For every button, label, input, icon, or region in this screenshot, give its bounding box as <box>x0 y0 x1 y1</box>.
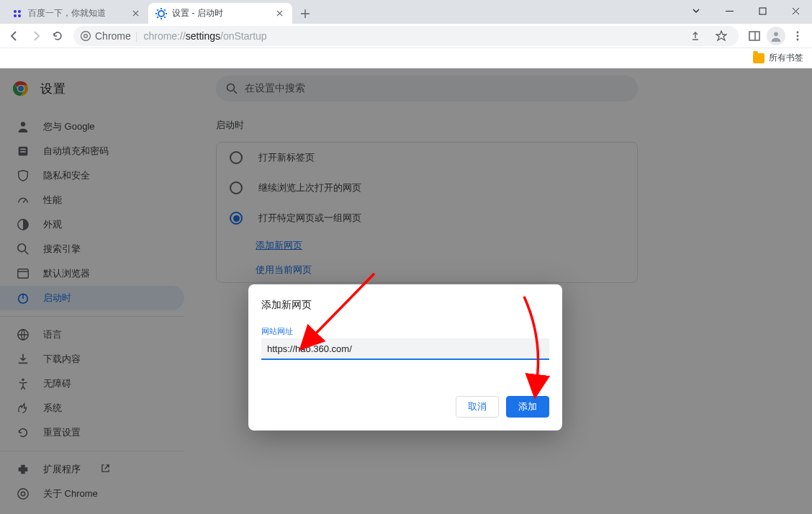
all-bookmarks-button[interactable]: 所有书签 <box>753 52 803 64</box>
profile-button[interactable] <box>766 26 786 46</box>
window-minimize-button[interactable] <box>713 0 746 22</box>
tab-title: 设置 - 启动时 <box>172 7 269 19</box>
svg-point-6 <box>81 31 91 40</box>
back-button[interactable] <box>4 26 24 46</box>
close-tab-icon[interactable] <box>274 8 285 19</box>
forward-button[interactable] <box>26 26 46 46</box>
menu-button[interactable] <box>788 26 808 46</box>
url-field-label: 网站网址 <box>261 326 549 337</box>
add-button[interactable]: 添加 <box>506 396 549 418</box>
settings-favicon <box>155 8 167 19</box>
svg-point-10 <box>797 31 799 33</box>
scheme-label: Chrome <box>95 30 131 42</box>
svg-rect-5 <box>759 8 766 14</box>
bookmark-star-icon[interactable] <box>711 26 731 46</box>
chevron-down-icon[interactable] <box>680 0 713 22</box>
svg-point-7 <box>84 34 88 37</box>
cancel-button[interactable]: 取消 <box>456 396 499 418</box>
all-bookmarks-label: 所有书签 <box>769 52 803 64</box>
dialog-title: 添加新网页 <box>261 299 549 312</box>
chrome-scheme-icon: Chrome | <box>81 30 137 42</box>
bookmarks-bar: 所有书签 <box>0 48 812 68</box>
add-page-dialog: 添加新网页 网站网址 取消 添加 <box>248 284 562 430</box>
toolbar: Chrome | chrome://settings/onStartup <box>0 24 812 48</box>
omnibox[interactable]: Chrome | chrome://settings/onStartup <box>73 26 739 46</box>
reload-button[interactable] <box>48 26 68 46</box>
new-tab-button[interactable] <box>295 4 315 24</box>
svg-point-3 <box>18 14 21 17</box>
window-maximize-button[interactable] <box>746 0 779 22</box>
svg-point-0 <box>14 10 17 13</box>
url-text: chrome://settings/onStartup <box>143 30 680 42</box>
settings-content: 设置 在设置中搜索 您与 Google 自动填充和密码 隐私和安全 性能 外观 … <box>0 68 812 514</box>
svg-point-12 <box>797 38 799 40</box>
tab-strip: 百度一下，你就知道 设置 - 启动时 <box>0 0 812 24</box>
baidu-favicon <box>12 8 23 19</box>
svg-point-2 <box>14 14 17 17</box>
folder-icon <box>753 53 764 63</box>
tab-settings[interactable]: 设置 - 启动时 <box>148 3 292 24</box>
svg-point-4 <box>158 11 164 17</box>
side-panel-icon[interactable] <box>744 26 764 46</box>
svg-point-1 <box>18 10 21 13</box>
tab-title: 百度一下，你就知道 <box>28 7 125 19</box>
tab-baidu[interactable]: 百度一下，你就知道 <box>4 3 148 24</box>
svg-point-11 <box>797 35 799 37</box>
url-input[interactable] <box>261 338 549 360</box>
window-close-button[interactable] <box>779 0 812 22</box>
share-icon[interactable] <box>685 26 705 46</box>
avatar-icon <box>767 27 785 45</box>
svg-point-9 <box>774 32 778 36</box>
close-tab-icon[interactable] <box>130 8 141 19</box>
svg-rect-8 <box>749 32 759 40</box>
